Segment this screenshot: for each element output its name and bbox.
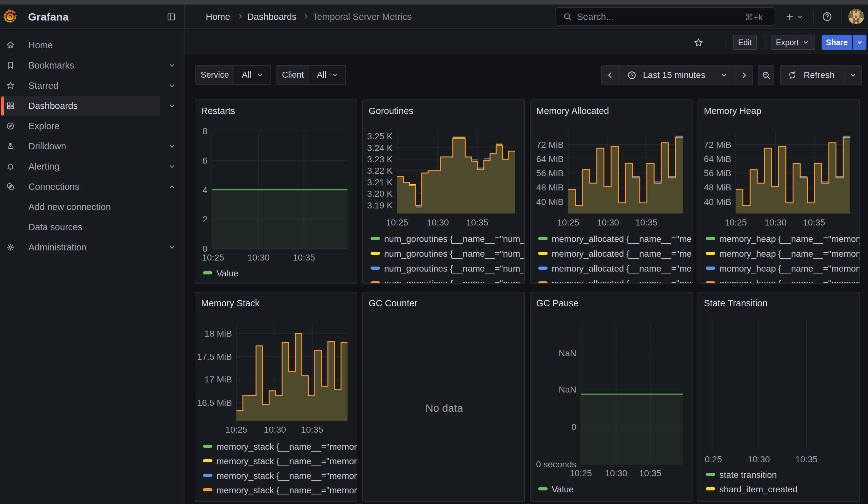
svg-text:3.20 K: 3.20 K: [367, 189, 393, 199]
svg-text:state transition: state transition: [719, 470, 777, 480]
svg-text:memory_stack {__name__="memory: memory_stack {__name__="memory_s: [217, 456, 357, 466]
svg-text:17.5 MiB: 17.5 MiB: [197, 352, 232, 362]
svg-text:No data: No data: [425, 402, 463, 414]
svg-text:num_goroutines {__name__="num_: num_goroutines {__name__="num_go: [384, 264, 525, 274]
svg-text:10:30: 10:30: [247, 253, 270, 263]
svg-text:Value: Value: [217, 268, 239, 278]
svg-text:NaN: NaN: [559, 384, 576, 394]
svg-text:10:35: 10:35: [639, 468, 661, 478]
svg-text:10:35: 10:35: [636, 218, 658, 227]
svg-text:2: 2: [202, 214, 207, 224]
svg-text:memory_heap {__name__="memory_: memory_heap {__name__="memory_h: [719, 278, 860, 284]
svg-text:memory_allocated {__name__="me: memory_allocated {__name__="memo: [552, 278, 693, 284]
svg-text:64 MiB: 64 MiB: [536, 154, 564, 164]
svg-text:3.24 K: 3.24 K: [367, 143, 393, 153]
svg-text:8: 8: [202, 126, 207, 136]
svg-text:10:25: 10:25: [570, 468, 592, 478]
svg-text:memory_stack {__name__="memory: memory_stack {__name__="memory_s: [217, 485, 357, 495]
svg-text:64 MiB: 64 MiB: [704, 154, 731, 164]
svg-text:10:35: 10:35: [301, 425, 323, 434]
svg-text:num_goroutines {__name__="num_: num_goroutines {__name__="num_go: [384, 249, 525, 259]
svg-text:16.5 MiB: 16.5 MiB: [197, 398, 232, 408]
svg-text:48 MiB: 48 MiB: [704, 183, 731, 192]
svg-text:3.22 K: 3.22 K: [367, 166, 393, 176]
svg-text:10:35: 10:35: [803, 218, 825, 227]
svg-text:0 seconds: 0 seconds: [536, 460, 576, 469]
svg-text:10:30: 10:30: [748, 454, 770, 464]
svg-text:40 MiB: 40 MiB: [704, 197, 731, 207]
svg-text:10:25: 10:25: [225, 425, 247, 434]
svg-text:Value: Value: [552, 484, 574, 494]
svg-text:18 MiB: 18 MiB: [205, 329, 232, 339]
svg-text:0: 0: [571, 422, 576, 432]
svg-text:10:30: 10:30: [427, 218, 449, 227]
svg-text:num_goroutines {__name__="num_: num_goroutines {__name__="num_go: [384, 234, 525, 244]
svg-text:10:30: 10:30: [597, 218, 619, 227]
svg-text:10:30: 10:30: [264, 425, 286, 434]
svg-text:NaN: NaN: [559, 348, 576, 358]
svg-text:17 MiB: 17 MiB: [205, 374, 232, 384]
svg-text:10:35: 10:35: [293, 253, 315, 263]
svg-text:0: 0: [202, 244, 207, 254]
svg-text:72 MiB: 72 MiB: [704, 140, 731, 150]
svg-text:6: 6: [202, 156, 207, 165]
svg-text:10:25: 10:25: [557, 218, 579, 227]
svg-text:memory_heap {__name__="memory_: memory_heap {__name__="memory_h: [719, 249, 860, 259]
svg-text:3.25 K: 3.25 K: [367, 131, 393, 141]
svg-text:memory_heap {__name__="memory_: memory_heap {__name__="memory_h: [719, 264, 860, 274]
svg-text:56 MiB: 56 MiB: [704, 168, 731, 178]
svg-text:0:25: 0:25: [705, 454, 722, 464]
svg-text:56 MiB: 56 MiB: [536, 168, 564, 178]
svg-text:10:25: 10:25: [725, 218, 747, 227]
svg-text:memory_heap {__name__="memory_: memory_heap {__name__="memory_h: [719, 234, 860, 244]
svg-text:memory_stack {__name__="memory: memory_stack {__name__="memory_s: [217, 442, 357, 452]
svg-text:10:35: 10:35: [466, 218, 488, 227]
svg-text:10:30: 10:30: [764, 218, 787, 227]
svg-text:10:25: 10:25: [202, 253, 224, 263]
svg-text:10:30: 10:30: [605, 468, 627, 478]
svg-text:shard_item_created: shard_item_created: [719, 484, 797, 494]
svg-text:10:35: 10:35: [795, 454, 817, 464]
svg-text:4: 4: [202, 185, 207, 195]
svg-text:3.19 K: 3.19 K: [367, 200, 393, 210]
svg-text:40 MiB: 40 MiB: [536, 197, 564, 207]
svg-text:memory_allocated {__name__="me: memory_allocated {__name__="memo: [552, 234, 693, 244]
svg-text:3.21 K: 3.21 K: [367, 177, 393, 187]
svg-text:72 MiB: 72 MiB: [536, 140, 564, 150]
svg-text:3.23 K: 3.23 K: [367, 154, 393, 164]
svg-text:memory_stack {__name__="memory: memory_stack {__name__="memory_s: [217, 471, 357, 481]
svg-text:10:25: 10:25: [386, 218, 408, 227]
svg-text:num_goroutines {__name__="num_: num_goroutines {__name__="num_go: [384, 278, 525, 284]
svg-text:48 MiB: 48 MiB: [536, 183, 564, 192]
svg-text:memory_allocated {__name__="me: memory_allocated {__name__="memo: [552, 264, 693, 274]
svg-text:memory_allocated {__name__="me: memory_allocated {__name__="memo: [552, 249, 693, 259]
